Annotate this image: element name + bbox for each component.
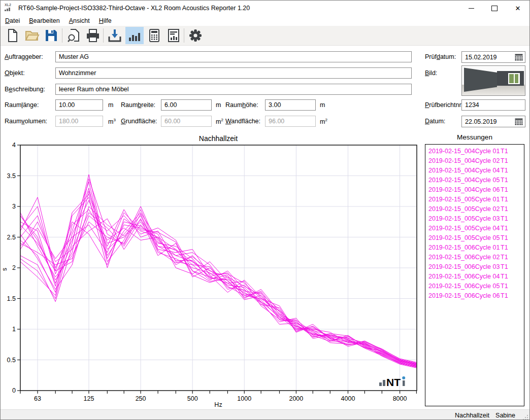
menu-ansicht[interactable]: Ansicht [64, 16, 94, 26]
window-title: RT60-Sample-Project-ISO3382-Third-Octave… [18, 5, 250, 12]
measurement-tag: T1 [501, 195, 508, 204]
open-button[interactable] [23, 27, 41, 44]
pruefberichtnr-input[interactable] [461, 99, 525, 111]
svg-text:Hz: Hz [214, 401, 222, 408]
list-item[interactable]: 2019-02-15_004Cycle 05T1 [425, 176, 524, 185]
list-item[interactable]: 2019-02-15_006Cycle 04T1 [425, 272, 524, 282]
datum-calendar-button[interactable] [514, 117, 524, 126]
datum-input[interactable] [462, 116, 514, 127]
menu-bearbeiten[interactable]: Bearbeiten [24, 16, 64, 26]
svg-text:1: 1 [12, 326, 16, 333]
import-button[interactable] [106, 27, 124, 44]
calendar-icon [515, 54, 523, 61]
measurement-name: 2019-02-15_005Cycle 01 [428, 196, 500, 203]
list-item[interactable]: 2019-02-15_005Cycle 03T1 [425, 214, 524, 224]
svg-text:250: 250 [136, 395, 146, 402]
beschreibung-input[interactable] [55, 84, 412, 95]
svg-text:125: 125 [84, 395, 94, 402]
datum-field [461, 116, 525, 127]
close-icon: ✕ [515, 5, 521, 12]
auftraggeber-input[interactable] [55, 51, 412, 62]
list-item[interactable]: 2019-02-15_005Cycle 04T1 [425, 224, 524, 233]
raumbreite-input[interactable] [161, 99, 212, 111]
xl2-bars-icon [5, 8, 10, 11]
print-button[interactable] [84, 27, 102, 44]
minimize-button[interactable] [459, 1, 483, 16]
measurement-tag: T1 [501, 176, 508, 185]
measurement-tag: T1 [501, 224, 508, 233]
status-sabine[interactable]: Sabine [495, 412, 515, 419]
list-item[interactable]: 2019-02-15_004Cycle 04T1 [425, 166, 524, 176]
list-item[interactable]: 2019-02-15_005Cycle 01T1 [425, 195, 524, 204]
raumhoehe-label: Raumhöhe: [225, 101, 258, 109]
measurement-name: 2019-02-15_006Cycle 02 [428, 254, 500, 261]
print-preview-button[interactable] [64, 27, 83, 44]
measurement-tag: T1 [501, 243, 508, 253]
list-item[interactable]: 2019-02-15_004Cycle 02T1 [425, 156, 524, 166]
menu-hilfe[interactable]: Hilfe [94, 16, 116, 26]
app-icon: XL2 [5, 3, 15, 13]
report-button[interactable] [164, 27, 183, 44]
list-item[interactable]: 2019-02-15_005Cycle 02T1 [425, 204, 524, 214]
measurement-name: 2019-02-15_004Cycle 06 [428, 186, 500, 193]
toolbar [1, 26, 529, 46]
settings-button[interactable] [186, 27, 205, 44]
new-document-button[interactable] [4, 27, 22, 44]
menu-datei[interactable]: Datei [1, 16, 24, 26]
grundflaeche-label: Grundfläche: [121, 118, 157, 125]
chart-button[interactable] [125, 27, 144, 44]
list-item[interactable]: 2019-02-15_006Cycle 01T1 [425, 243, 524, 253]
measurement-tag: T1 [501, 214, 508, 224]
raumlaenge-input[interactable] [55, 99, 103, 111]
svg-text:NT: NT [386, 376, 401, 388]
pruefdatum-input[interactable] [462, 52, 514, 62]
measurement-name: 2019-02-15_005Cycle 03 [428, 215, 500, 222]
list-item[interactable]: 2019-02-15_006Cycle 03T1 [425, 262, 524, 272]
svg-text:2: 2 [12, 264, 16, 271]
list-item[interactable]: 2019-02-15_006Cycle 02T1 [425, 253, 524, 262]
raumlaenge-unit: m [108, 101, 113, 109]
objekt-input[interactable] [55, 67, 412, 79]
measurement-name: 2019-02-15_005Cycle 04 [428, 225, 500, 232]
nti-logo: NT [379, 376, 405, 388]
chart-icon [127, 28, 142, 43]
svg-text:0.5: 0.5 [7, 357, 16, 364]
measurement-name: 2019-02-15_004Cycle 02 [428, 157, 500, 164]
photo-window [508, 73, 520, 84]
raumvolumen-input [55, 116, 103, 127]
svg-text:4: 4 [12, 142, 16, 149]
pruefdatum-calendar-button[interactable] [514, 53, 524, 61]
measurements-title: Messungen [425, 133, 524, 141]
resize-grip[interactable] [522, 414, 528, 420]
auftraggeber-label: Auftraggeber: [5, 53, 43, 60]
grundflaeche-input [161, 116, 212, 127]
maximize-button[interactable] [483, 1, 506, 16]
print-icon [85, 28, 101, 43]
calculator-button[interactable] [145, 27, 163, 44]
svg-text:Nachhallzeit: Nachhallzeit [199, 134, 238, 143]
calculator-icon [147, 28, 162, 43]
measurement-tag: T1 [501, 272, 508, 282]
status-nachhallzeit[interactable]: Nachhallzeit [455, 412, 489, 419]
wandflaeche-unit: m2 [320, 118, 327, 125]
measurement-tag: T1 [501, 233, 508, 243]
measurement-name: 2019-02-15_006Cycle 03 [428, 263, 500, 270]
list-item[interactable]: 2019-02-15_005Cycle 05T1 [425, 233, 524, 243]
datum-label: Datum: [425, 118, 445, 125]
room-photo[interactable] [461, 65, 525, 96]
raumbreite-label: Raumbreite: [121, 101, 155, 109]
raumhoehe-input[interactable] [265, 99, 316, 111]
report-icon [166, 28, 181, 43]
list-item[interactable]: 2019-02-15_004Cycle 01T1 [425, 147, 524, 156]
raumvolumen-unit: m3 [108, 118, 116, 125]
app-window: XL2 RT60-Sample-Project-ISO3382-Third-Oc… [0, 0, 530, 420]
svg-text:1.5: 1.5 [7, 295, 16, 302]
list-item[interactable]: 2019-02-15_006Cycle 05T1 [425, 282, 524, 291]
list-item[interactable]: 2019-02-15_004Cycle 06T1 [425, 185, 524, 195]
measurement-tag: T1 [501, 262, 508, 272]
save-button[interactable] [42, 27, 60, 44]
close-button[interactable]: ✕ [506, 1, 529, 16]
svg-text:0: 0 [12, 387, 16, 394]
measurement-name: 2019-02-15_006Cycle 06 [428, 292, 500, 299]
list-item[interactable]: 2019-02-15_006Cycle 06T1 [425, 291, 524, 301]
